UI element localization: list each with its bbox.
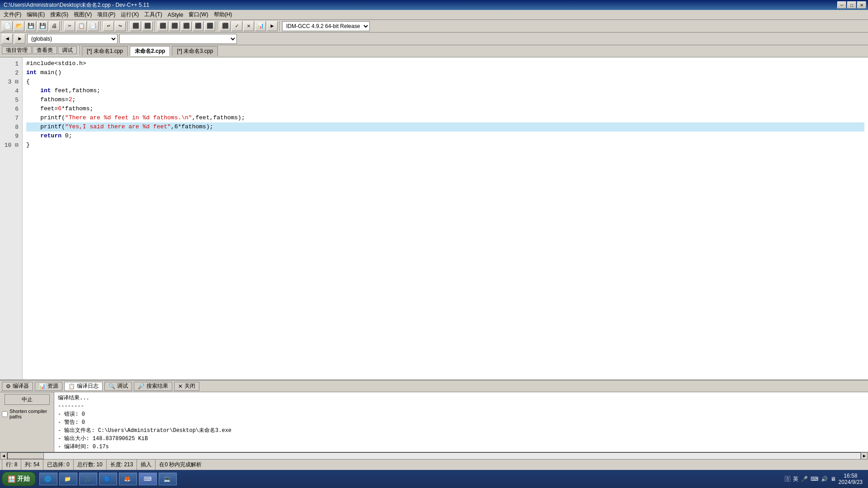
menu-window[interactable]: 窗口(W) — [186, 10, 211, 19]
abort-button[interactable]: ✕ — [243, 21, 254, 31]
compiler-dropdown[interactable]: IDM-GCC 4.9.2 64-bit Release — [282, 21, 370, 31]
open-button[interactable]: 📂 — [14, 21, 24, 31]
bottom-tab-search[interactable]: 🔎 搜索结果 — [134, 382, 172, 391]
debug-button[interactable]: ⬛ — [220, 21, 231, 31]
stop-button[interactable]: ⬛ — [204, 21, 215, 31]
status-length: 长度: 213 — [107, 460, 137, 470]
scope-dropdown[interactable]: (globals) — [27, 34, 118, 44]
cut-button[interactable]: ✂ — [64, 21, 75, 31]
tab-unnamed3[interactable]: [*] 未命名3.cpp — [172, 46, 218, 56]
copy-button[interactable]: 📋 — [76, 21, 87, 31]
close-button[interactable]: ✕ — [857, 1, 866, 9]
taskbar-folder[interactable]: 📁 — [59, 473, 77, 485]
taskbar-terminal[interactable]: 💻 — [159, 473, 177, 485]
bottom-tab-resource[interactable]: 📊 资源 — [35, 382, 62, 391]
devcpp-icon: ⌨ — [144, 476, 151, 482]
print-button[interactable]: 🖨 — [49, 21, 60, 31]
output-line-4: - 警告: 0 — [58, 418, 864, 427]
chart-button[interactable]: 📊 — [255, 21, 266, 31]
run-button[interactable]: ⬛ — [169, 21, 180, 31]
start-label: 开始 — [17, 475, 30, 483]
save-all-button[interactable]: 💾 — [37, 21, 48, 31]
menu-project[interactable]: 项目(P) — [94, 10, 118, 19]
paste-button[interactable]: 📑 — [88, 21, 99, 31]
line-num-8: 8 — [0, 122, 22, 131]
taskbar-media[interactable]: 🎵 — [79, 473, 97, 485]
bottom-tab-compiler[interactable]: ⚙ 编译器 — [2, 382, 33, 391]
menu-view[interactable]: 视图(V) — [71, 10, 94, 19]
menu-edit[interactable]: 编辑(E) — [24, 10, 47, 19]
output-line-6: - 输出大小: 148.837890625 KiB — [58, 435, 864, 443]
keyboard-icon: ⌨ — [811, 476, 818, 482]
compile-button[interactable]: ⬛ — [157, 21, 168, 31]
bottom-tab-debug[interactable]: 🔍 调试 — [104, 382, 132, 391]
compile-run-button[interactable]: ⬛ — [181, 21, 192, 31]
bottom-panel: ⚙ 编译器 📊 资源 📋 编译日志 🔍 调试 🔎 搜索结果 ✕ 关闭 中止 — [0, 380, 868, 452]
bottom-tab-log[interactable]: 📋 编译日志 — [64, 382, 103, 391]
taskbar-devcpp[interactable]: ⌨ — [139, 473, 157, 485]
scroll-track-h[interactable] — [7, 452, 861, 460]
code-line-8: printf("Yes,I said there are %d feet",6*… — [26, 122, 864, 131]
menu-tools[interactable]: 工具(T) — [142, 10, 165, 19]
panel-tab-project[interactable]: 项目管理 — [2, 46, 32, 54]
panel-tab-debug[interactable]: 调试 — [58, 46, 77, 54]
unindent-button[interactable]: ⬛ — [142, 21, 153, 31]
maximize-button[interactable]: □ — [847, 1, 856, 9]
window-controls: ─ □ ✕ — [837, 1, 866, 9]
title-bar: C:\Users\Administrator\Desktop\未命名2.cpp … — [0, 0, 868, 10]
minimize-button[interactable]: ─ — [837, 1, 846, 9]
stop-compile-button[interactable]: 中止 — [5, 394, 50, 405]
panel-tab-class[interactable]: 查看类 — [33, 46, 57, 54]
save-button[interactable]: 💾 — [25, 21, 36, 31]
output-line-2: -------- — [58, 402, 864, 410]
undo-button[interactable]: ↩ — [103, 21, 114, 31]
bottom-tab-close[interactable]: ✕ 关闭 — [174, 382, 199, 391]
menu-astyle[interactable]: AStyle — [165, 11, 186, 19]
code-editor[interactable]: #include<stdio.h> int main() { int feet,… — [23, 57, 868, 380]
sep1 — [61, 21, 62, 31]
menu-help[interactable]: 帮助(H) — [211, 10, 235, 19]
status-col: 列: 54 — [21, 460, 43, 470]
redo-button[interactable]: ↪ — [115, 21, 126, 31]
main-area: 1 2 3 ⊟ 4 5 6 7 8 9 10 ⊟ #include<stdio.… — [0, 57, 868, 380]
scroll-left-button[interactable]: ◀ — [0, 452, 7, 460]
back-button[interactable]: ◀ — [2, 34, 13, 44]
new-button[interactable]: 📄 — [2, 21, 13, 31]
tab-unnamed1[interactable]: [*] 未命名1.cpp — [82, 46, 128, 56]
shorten-paths-checkbox[interactable] — [2, 411, 8, 417]
start-button[interactable]: 🪟 开始 — [2, 472, 36, 486]
compiler-icon: ⚙ — [6, 383, 11, 389]
clock: 16:58 2024/9/23 — [839, 473, 863, 485]
menu-search[interactable]: 搜索(S) — [47, 10, 71, 19]
menu-run[interactable]: 运行(X) — [118, 10, 142, 19]
code-line-6: feet=6*fathoms; — [26, 104, 864, 113]
rebuild-button[interactable]: ⬛ — [193, 21, 203, 31]
check-button[interactable]: ✓ — [231, 21, 242, 31]
scroll-right-button[interactable]: ▶ — [861, 452, 868, 460]
taskbar-firefox[interactable]: 🦊 — [119, 473, 137, 485]
search-results-icon: 🔎 — [138, 383, 145, 389]
horizontal-scrollbar[interactable]: ◀ ▶ — [0, 452, 868, 459]
scroll-thumb-h[interactable] — [8, 453, 44, 459]
sys-icon-1: 🇸 — [785, 476, 790, 482]
network-icon: 🖥 — [830, 476, 836, 482]
tab-unnamed2[interactable]: 未命名2.cpp — [130, 46, 170, 56]
taskbar-chrome[interactable]: 🔵 — [99, 473, 117, 485]
forward-button[interactable]: ▶ — [14, 34, 25, 44]
taskbar-right: 🇸 英 🎤 ⌨ 🔊 🖥 16:58 2024/9/23 — [785, 473, 866, 485]
code-line-10: } — [26, 141, 864, 150]
code-line-9: return 0; — [26, 131, 864, 141]
clock-date: 2024/9/23 — [839, 479, 863, 485]
output-line-3: - 错误: 0 — [58, 410, 864, 418]
title-text: C:\Users\Administrator\Desktop\未命名2.cpp … — [2, 1, 149, 9]
status-bar: 行: 8 列: 54 已选择: 0 总行数: 10 长度: 213 插入 在0 … — [0, 459, 868, 470]
code-line-2: int main() — [26, 68, 864, 77]
status-selected: 已选择: 0 — [43, 460, 73, 470]
play-button[interactable]: ▶ — [267, 21, 278, 31]
indent-button[interactable]: ⬛ — [130, 21, 141, 31]
taskbar-ie[interactable]: 🌐 — [39, 473, 57, 485]
line-num-4: 4 — [0, 86, 22, 95]
symbol-dropdown[interactable] — [119, 34, 237, 44]
line-num-9: 9 — [0, 131, 22, 141]
menu-file[interactable]: 文件(F) — [1, 10, 24, 19]
